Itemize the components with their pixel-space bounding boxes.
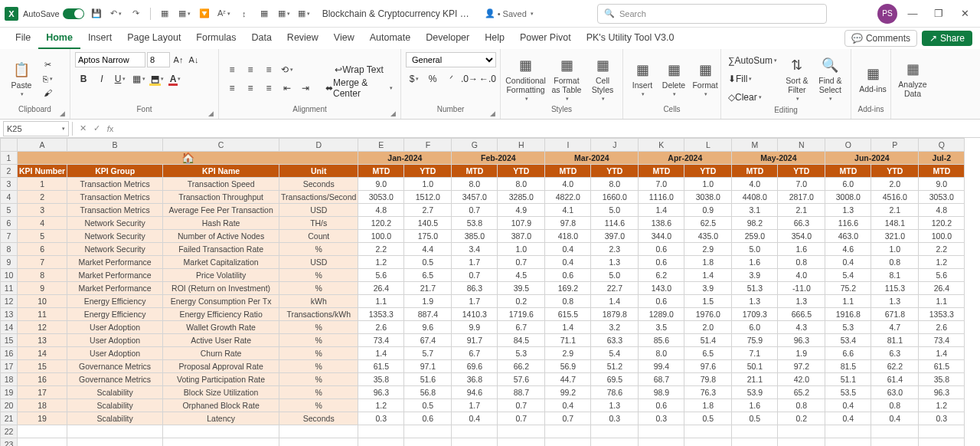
qa-btn-4[interactable]: Aᶻ▾ bbox=[217, 6, 232, 21]
cell[interactable]: 1.3 bbox=[591, 256, 639, 269]
cell[interactable]: MTD bbox=[639, 165, 684, 178]
cell[interactable]: 8.0 bbox=[639, 347, 684, 360]
cell[interactable]: Number of Active Nodes bbox=[163, 230, 279, 243]
tab-page-layout[interactable]: Page Layout bbox=[119, 29, 188, 49]
col-header[interactable]: D bbox=[279, 139, 358, 152]
merge-center-button[interactable]: ⬌ Merge & Center▾ bbox=[322, 80, 396, 97]
cell[interactable]: % bbox=[279, 243, 358, 256]
cell[interactable]: 100.0 bbox=[919, 230, 965, 243]
cell[interactable]: 50.1 bbox=[732, 360, 778, 373]
cell[interactable]: 3 bbox=[18, 204, 67, 217]
cell[interactable]: Market Capitalization bbox=[163, 256, 279, 269]
cell[interactable]: 0.7 bbox=[498, 399, 545, 412]
cell[interactable]: 1660.0 bbox=[591, 191, 639, 204]
cell[interactable]: Energy Consumption Per Tx bbox=[163, 295, 279, 308]
cell[interactable]: 6.0 bbox=[732, 321, 778, 334]
autosave-toggle[interactable]: AutoSave bbox=[23, 8, 84, 19]
cell[interactable]: 0.4 bbox=[545, 243, 591, 256]
cell[interactable]: 0.3 bbox=[358, 412, 404, 425]
minimize-icon[interactable]: — bbox=[902, 3, 923, 25]
cell[interactable]: 2.7 bbox=[404, 204, 452, 217]
cell[interactable]: 3038.0 bbox=[684, 191, 732, 204]
cell[interactable]: 2.3 bbox=[591, 243, 639, 256]
cell[interactable]: 5.7 bbox=[404, 347, 452, 360]
close-icon[interactable]: ✕ bbox=[954, 3, 975, 25]
row-header[interactable]: 17 bbox=[1, 360, 18, 373]
cell[interactable]: 6.2 bbox=[639, 269, 684, 282]
cell[interactable]: YTD bbox=[404, 165, 452, 178]
cell[interactable]: 2.1 bbox=[778, 204, 825, 217]
cell[interactable]: 76.3 bbox=[684, 386, 732, 399]
cell[interactable]: 3285.0 bbox=[498, 191, 545, 204]
cell[interactable]: 78.6 bbox=[591, 386, 639, 399]
col-header[interactable]: K bbox=[639, 139, 684, 152]
decrease-indent-icon[interactable]: ⇤ bbox=[279, 80, 296, 97]
cell[interactable]: 0.4 bbox=[545, 399, 591, 412]
cell[interactable]: 81.1 bbox=[871, 334, 919, 347]
cell[interactable]: 98.2 bbox=[732, 217, 778, 230]
cell[interactable]: 3053.0 bbox=[358, 191, 404, 204]
cell[interactable]: 5.4 bbox=[825, 269, 871, 282]
cell[interactable] bbox=[163, 438, 279, 447]
cell[interactable]: % bbox=[279, 321, 358, 334]
cell[interactable]: 1.7 bbox=[452, 295, 498, 308]
cell[interactable]: 138.6 bbox=[639, 217, 684, 230]
cell[interactable]: 3.9 bbox=[684, 282, 732, 295]
cell[interactable]: 56.9 bbox=[545, 360, 591, 373]
cell[interactable]: 2817.0 bbox=[778, 191, 825, 204]
fill-button[interactable]: ⬇ Fill▾ bbox=[726, 71, 779, 87]
cell[interactable]: Network Security bbox=[67, 230, 163, 243]
cell[interactable]: 81.5 bbox=[825, 360, 871, 373]
cell[interactable]: 61.4 bbox=[871, 373, 919, 386]
cell[interactable]: Market Performance bbox=[67, 269, 163, 282]
cell[interactable]: 9.6 bbox=[404, 321, 452, 334]
launcher-icon[interactable]: ◢ bbox=[60, 110, 65, 117]
cell[interactable]: 887.4 bbox=[404, 308, 452, 321]
cell[interactable]: Market Performance bbox=[67, 282, 163, 295]
cell[interactable]: Scalability bbox=[67, 386, 163, 399]
toggle-on-icon[interactable] bbox=[63, 8, 84, 19]
cell[interactable]: 114.6 bbox=[591, 217, 639, 230]
cell[interactable]: 7.0 bbox=[639, 178, 684, 191]
share-button[interactable]: ↗ Share bbox=[922, 31, 972, 46]
cell[interactable]: 4.5 bbox=[498, 269, 545, 282]
cell[interactable]: 79.8 bbox=[684, 373, 732, 386]
col-header[interactable]: M bbox=[732, 139, 778, 152]
cell[interactable]: 73.4 bbox=[358, 334, 404, 347]
cell[interactable]: MTD bbox=[452, 165, 498, 178]
cell[interactable]: 0.7 bbox=[545, 412, 591, 425]
qa-btn-6[interactable]: ▦ bbox=[256, 6, 272, 21]
row-header[interactable]: 10 bbox=[1, 269, 18, 282]
cell[interactable]: 7 bbox=[18, 256, 67, 269]
cell[interactable]: 2.9 bbox=[684, 243, 732, 256]
cell[interactable]: Seconds bbox=[279, 178, 358, 191]
cell[interactable]: Transaction Metrics bbox=[67, 178, 163, 191]
cell[interactable]: 4 bbox=[18, 217, 67, 230]
borders-button[interactable]: ▦▾ bbox=[130, 71, 147, 87]
tab-view[interactable]: View bbox=[326, 29, 362, 49]
cell[interactable]: 0.7 bbox=[498, 412, 545, 425]
align-right-icon[interactable]: ≡ bbox=[260, 80, 277, 97]
cell[interactable]: 10 bbox=[18, 295, 67, 308]
cell[interactable]: 63.3 bbox=[591, 334, 639, 347]
cell-styles-button[interactable]: ▦Cell Styles▾ bbox=[587, 53, 618, 105]
cell[interactable]: 66.3 bbox=[778, 217, 825, 230]
cell[interactable]: Apr-2024 bbox=[639, 152, 732, 165]
cell[interactable]: 2.6 bbox=[358, 321, 404, 334]
tab-home[interactable]: Home bbox=[38, 29, 80, 49]
row-header[interactable]: 6 bbox=[1, 217, 18, 230]
cell[interactable]: Energy Efficiency bbox=[67, 308, 163, 321]
cell[interactable]: 97.1 bbox=[404, 360, 452, 373]
cell[interactable]: 169.2 bbox=[545, 282, 591, 295]
save-icon[interactable]: 💾 bbox=[89, 6, 104, 21]
cell[interactable]: % bbox=[279, 282, 358, 295]
cell[interactable]: 0.7 bbox=[452, 204, 498, 217]
cell[interactable]: YTD bbox=[591, 165, 639, 178]
cell[interactable]: 148.1 bbox=[871, 217, 919, 230]
enter-formula-icon[interactable]: ✓ bbox=[90, 123, 103, 133]
decrease-font-icon[interactable]: A↓ bbox=[187, 53, 201, 67]
cell[interactable]: Transaction Metrics bbox=[67, 204, 163, 217]
cell[interactable]: 1.9 bbox=[778, 347, 825, 360]
cell[interactable]: 120.2 bbox=[358, 217, 404, 230]
cell[interactable]: Transaction Throughput bbox=[163, 191, 279, 204]
